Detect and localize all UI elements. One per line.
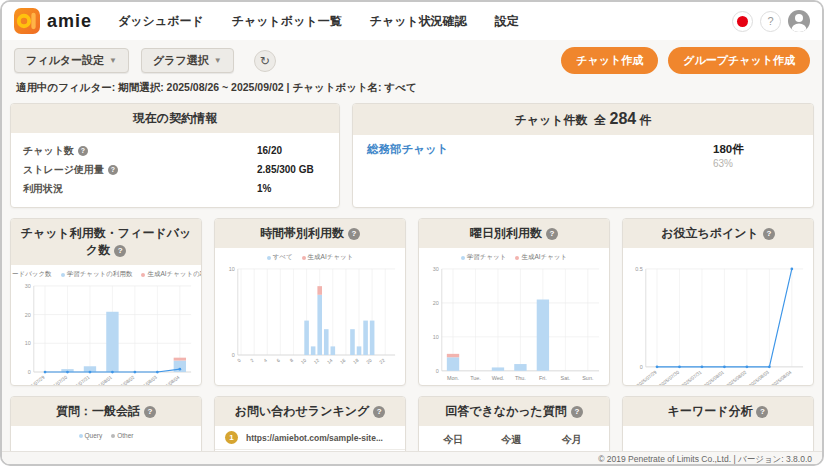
amie-logo-icon [14,8,40,34]
legend-item: フィードバック数 [10,270,52,279]
chart-legend: フィードバック数学習チャットの利用数生成AIチャットの利用数 [14,268,198,281]
card-title: お問い合わせランキング? [215,397,405,426]
svg-text:20: 20 [25,312,31,318]
nav-chatbot-list[interactable]: チャットボット一覧 [232,13,342,30]
svg-text:8: 8 [289,358,294,364]
svg-text:2025/08/01: 2025/08/01 [91,375,113,386]
top-navigation-bar: amie ダッシュボード チャットボット一覧 チャット状況確認 設定 ? [2,2,822,40]
ranking-link[interactable]: https://amiebot.com/sample-site... [246,433,383,443]
chat-count-percent: 63% [713,158,799,169]
info-cards-row: 現在の契約情報 チャット数? 16/20 ストレージ使用量? 2.85/300 … [2,101,822,208]
card-title: 回答できなかった質問? [419,397,609,426]
svg-text:2025/08/03: 2025/08/03 [136,375,158,386]
chat-count-number: 180件 [713,142,799,157]
chat-name-link[interactable]: 総務部チャット [367,142,449,169]
svg-text:0.5: 0.5 [635,266,643,272]
ranking-item: 1 https://amiebot.com/sample-site... [215,426,405,450]
row-value: 1% [257,183,271,194]
legend-item: 学習チャット [461,253,507,262]
svg-text:0: 0 [237,358,242,364]
chat-count-values: 180件 63% [713,142,799,169]
svg-text:22: 22 [379,358,387,365]
contract-row-chat-count: チャット数? 16/20 [23,141,327,160]
svg-text:14: 14 [326,358,334,365]
row-label: チャット数? [23,144,135,158]
svg-text:2025/07/29: 2025/07/29 [24,375,46,386]
svg-text:2025/07/30: 2025/07/30 [46,375,68,386]
chart-legend: 学習チャット生成AIチャット [422,251,606,264]
help-icon[interactable]: ? [348,228,360,240]
contract-card-title: 現在の契約情報 [11,104,339,133]
svg-text:10: 10 [25,340,31,346]
svg-text:2025/07/30: 2025/07/30 [658,369,680,386]
svg-text:2025/08/01: 2025/08/01 [703,369,725,386]
svg-text:2025/08/04: 2025/08/04 [771,369,793,386]
filter-settings-button[interactable]: フィルター設定 ▼ [14,48,129,73]
chart-legend: すべて生成AIチャット [218,251,402,264]
help-icon[interactable]: ? [78,146,88,156]
graph-select-button[interactable]: グラフ選択 ▼ [141,48,234,73]
amie-logo[interactable]: amie [14,8,92,34]
legend-item: すべて [267,253,293,262]
chat-count-card-title: チャット件数 全 284 件 [353,104,813,135]
active-filter-status: 適用中のフィルター: 期間選択: 2025/08/26 ~ 2025/09/02… [2,77,822,101]
weekday-usage-chart: 0102030Mon.Tue.Wed.Thu.Fri.Sat.Sun. [422,264,606,385]
chart-canvas: 0100246810121416182022 [218,264,402,385]
row-label: 利用状況 [23,182,135,196]
help-icon[interactable]: ? [546,228,558,240]
help-icon[interactable]: ? [114,245,126,257]
create-chat-button[interactable]: チャット作成 [561,47,658,74]
legend-item: Query [79,432,103,439]
svg-text:30: 30 [433,266,439,272]
svg-text:Sun.: Sun. [582,375,594,381]
help-icon[interactable]: ? [373,406,385,418]
row-label: ストレージ使用量? [23,163,135,177]
help-icon[interactable]: ? [571,406,583,418]
help-icon[interactable]: ? [763,228,775,240]
chart-canvas: 0102030Mon.Tue.Wed.Thu.Fri.Sat.Sun. [422,264,606,385]
svg-text:0: 0 [640,364,643,370]
points-chart: 00.52025/07/292025/07/302025/07/312025/0… [626,264,810,386]
nav-settings[interactable]: 設定 [495,13,519,30]
rank-1-badge: 1 [225,431,238,444]
chart-body: フィードバック数学習チャットの利用数生成AIチャットの利用数 010203020… [11,265,201,386]
svg-text:0: 0 [28,369,31,375]
svg-text:Wed.: Wed. [492,375,505,381]
help-icon[interactable]: ? [108,165,118,175]
row-value: 16/20 [257,145,282,156]
svg-text:16: 16 [339,358,347,365]
help-button[interactable]: ? [760,11,781,32]
graph-select-label: グラフ選択 [153,53,209,68]
card-title: 質問：一般会話? [11,397,201,426]
chart-body: 学習チャット生成AIチャット 0102030Mon.Tue.Wed.Thu.Fr… [419,248,609,385]
svg-text:4: 4 [263,358,268,364]
usage-feedback-chart-card: チャット利用数・フィードバック数? フィードバック数学習チャットの利用数生成AI… [10,218,202,386]
svg-text:Tue.: Tue. [470,375,481,381]
hourly-usage-chart: 0100246810121416182022 [218,264,402,385]
card-title: 曜日別利用数? [419,219,609,248]
create-group-chat-button[interactable]: グループチャット作成 [668,47,810,74]
svg-text:2025/07/31: 2025/07/31 [681,369,703,386]
svg-text:Mon.: Mon. [447,375,460,381]
help-icon[interactable]: ? [756,406,768,418]
chat-count-card: チャット件数 全 284 件 総務部チャット 180件 63% [352,103,814,208]
chart-canvas: 01020302025/07/292025/07/302025/07/31202… [14,281,198,386]
contract-row-usage: 利用状況 1% [23,179,327,198]
language-flag-button[interactable] [732,11,753,32]
card-title: キーワード分析? [623,397,813,426]
card-title: チャット利用数・フィードバック数? [11,219,201,265]
refresh-button[interactable]: ↻ [254,50,276,72]
weekday-usage-chart-card: 曜日別利用数? 学習チャット生成AIチャット 0102030Mon.Tue.We… [418,218,610,386]
row-value: 2.85/300 GB [257,164,314,175]
help-icon[interactable]: ? [144,406,156,418]
nav-chat-status[interactable]: チャット状況確認 [370,13,467,30]
svg-text:Fri.: Fri. [539,375,547,381]
copyright-version-text: © 2019 Penetrate of Limits Co.,Ltd. | バー… [598,454,812,466]
legend-item: Other [111,432,133,439]
svg-text:2025/08/04: 2025/08/04 [159,375,181,386]
svg-text:0: 0 [232,352,235,358]
nav-dashboard[interactable]: ダッシュボード [118,13,204,30]
user-avatar-button[interactable] [788,10,810,32]
svg-text:2025/07/31: 2025/07/31 [69,375,91,386]
chat-count-row: 総務部チャット 180件 63% [353,135,813,176]
